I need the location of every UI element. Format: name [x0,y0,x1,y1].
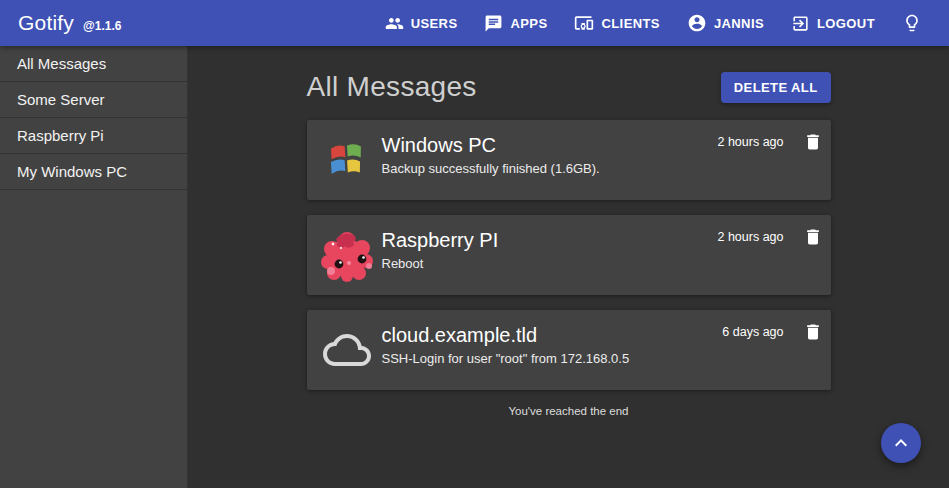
message-timestamp: 2 hours ago [717,229,783,246]
delete-message-button[interactable] [803,132,823,152]
nav-logout-label: LOGOUT [817,16,875,31]
nav-apps-button[interactable]: APPS [484,14,547,33]
brand-version: @1.1.6 [83,19,121,33]
message-timestamp: 2 hours ago [717,134,783,151]
delete-message-button[interactable] [803,227,823,247]
trash-icon [803,132,823,152]
sidebar-item-some-server[interactable]: Some Server [0,82,187,118]
chat-icon [484,14,510,33]
end-of-list-text: You've reached the end [307,405,831,417]
windows-logo-icon [319,132,375,188]
nav-clients-button[interactable]: CLIENTS [574,13,659,33]
brand-title: Gotify [18,11,74,35]
nav-logout-button[interactable]: LOGOUT [791,14,875,33]
sidebar: All Messages Some Server Raspberry Pi My… [0,46,188,488]
nav-users-label: USERS [411,16,458,31]
message-timestamp: 6 days ago [722,324,783,341]
page-title: All Messages [307,71,477,103]
message-title: Windows PC [382,133,718,158]
devices-icon [574,13,601,33]
nav-user-label: JANNIS [714,16,764,31]
sidebar-item-label: Some Server [17,91,105,108]
message-title: cloud.example.tld [382,323,723,348]
navbar-menu: USERS APPS CLIENTS JANNIS LOGOUT [358,13,922,33]
message-title: Raspberry PI [382,228,718,253]
nav-apps-label: APPS [510,16,547,31]
sidebar-item-label: All Messages [17,55,106,72]
message-text: Backup successfully finished (1.6GB). [382,161,718,176]
sidebar-item-label: Raspberry Pi [17,127,104,144]
nav-clients-label: CLIENTS [601,16,659,31]
delete-message-button[interactable] [803,322,823,342]
chevron-up-icon [889,431,913,455]
message-text: Reboot [382,256,718,271]
sidebar-item-my-windows-pc[interactable]: My Windows PC [0,154,187,190]
trash-icon [803,322,823,342]
users-icon [385,14,411,33]
top-navbar: Gotify @1.1.6 USERS APPS CLIENTS JANNIS … [0,0,949,46]
nav-users-button[interactable]: USERS [385,14,458,33]
brand[interactable]: Gotify @1.1.6 [18,11,121,35]
account-circle-icon [687,13,714,33]
sidebar-item-label: My Windows PC [17,163,127,180]
logout-icon [791,14,817,33]
trash-icon [803,227,823,247]
delete-all-button[interactable]: DELETE ALL [721,72,831,103]
scroll-to-top-button[interactable] [881,423,921,463]
message-card-windows-pc: Windows PC Backup successfully finished … [307,120,831,200]
raspberry-logo-icon [319,227,375,283]
message-card-raspberry-pi: Raspberry PI Reboot 2 hours ago [307,215,831,295]
sidebar-item-all-messages[interactable]: All Messages [0,46,187,82]
message-card-cloud: cloud.example.tld SSH-Login for user "ro… [307,310,831,390]
main-content: All Messages DELETE ALL Windows PC Backu… [188,46,949,488]
message-text: SSH-Login for user "root" from 172.168.0… [382,351,723,366]
nav-user-button[interactable]: JANNIS [687,13,764,33]
theme-toggle-button[interactable] [902,13,922,33]
lightbulb-icon [902,13,922,33]
sidebar-item-raspberry-pi[interactable]: Raspberry Pi [0,118,187,154]
cloud-logo-icon [319,322,375,378]
